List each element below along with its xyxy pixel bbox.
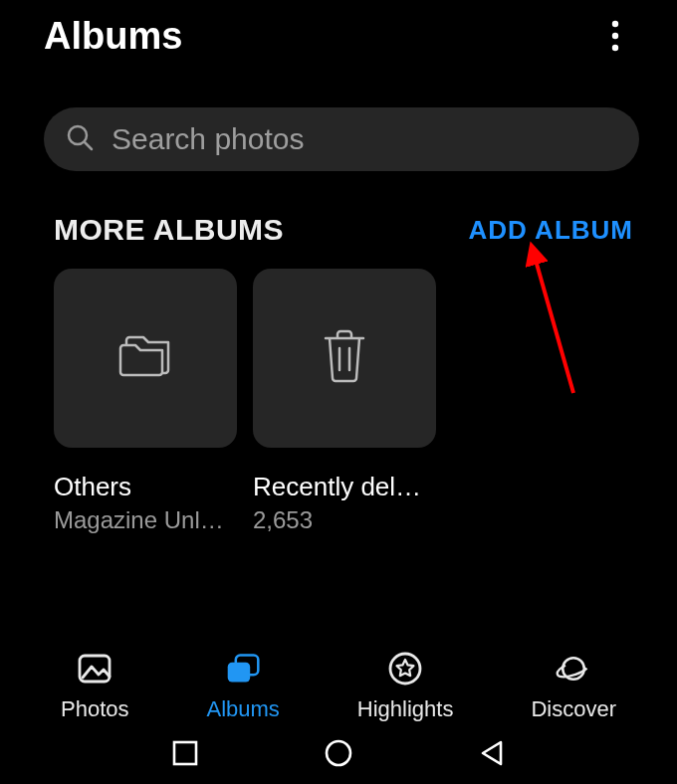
tab-discover[interactable]: Discover — [531, 651, 616, 722]
album-tile[interactable] — [54, 269, 237, 448]
search-container — [0, 72, 677, 171]
album-subtitle: Magazine Unlo… — [54, 506, 237, 534]
more-vertical-icon — [610, 19, 620, 53]
tab-highlights[interactable]: Highlights — [357, 651, 454, 722]
trash-icon — [318, 326, 371, 390]
svg-point-1 — [612, 33, 618, 39]
album-tile[interactable] — [253, 269, 436, 448]
svg-rect-9 — [228, 663, 251, 683]
tab-albums[interactable]: Albums — [206, 651, 279, 722]
stack-icon — [225, 651, 261, 686]
svg-point-10 — [390, 654, 420, 684]
tab-photos[interactable]: Photos — [61, 651, 129, 722]
album-subtitle: 2,653 — [253, 506, 436, 534]
svg-rect-13 — [174, 742, 196, 764]
album-item-recently-deleted[interactable]: Recently del… 2,653 — [253, 269, 436, 534]
svg-line-4 — [85, 142, 92, 149]
folder-icon — [115, 329, 175, 387]
album-item-others[interactable]: Others Magazine Unlo… — [54, 269, 237, 534]
tab-label: Discover — [531, 696, 616, 722]
circle-icon — [324, 738, 353, 771]
search-input[interactable] — [112, 122, 617, 156]
star-icon — [387, 651, 423, 686]
square-icon — [172, 740, 198, 769]
svg-point-12 — [556, 657, 591, 681]
search-icon — [66, 123, 94, 155]
svg-point-0 — [612, 21, 618, 27]
albums-grid: Others Magazine Unlo… Recently del… 2,65… — [0, 247, 677, 534]
album-name: Others — [54, 472, 237, 502]
bottom-tab-bar: Photos Albums Highlights Discover — [0, 651, 677, 724]
add-album-button[interactable]: ADD ALBUM — [469, 215, 633, 246]
triangle-back-icon — [479, 739, 505, 770]
planet-icon — [556, 651, 591, 686]
header: Albums — [0, 0, 677, 72]
system-nav-bar — [0, 724, 677, 784]
svg-point-14 — [327, 741, 350, 765]
section-title: MORE ALBUMS — [54, 213, 284, 247]
tab-label: Highlights — [357, 696, 454, 722]
svg-point-2 — [612, 45, 618, 51]
tab-label: Albums — [206, 696, 279, 722]
nav-home-button[interactable] — [317, 732, 360, 776]
search-bar[interactable] — [44, 107, 639, 171]
overflow-menu-button[interactable] — [593, 14, 637, 58]
album-name: Recently del… — [253, 472, 436, 502]
nav-back-button[interactable] — [470, 732, 514, 776]
section-header: MORE ALBUMS ADD ALBUM — [0, 171, 677, 247]
image-icon — [77, 651, 113, 686]
nav-recent-button[interactable] — [163, 732, 207, 776]
page-title: Albums — [44, 15, 182, 58]
tab-label: Photos — [61, 696, 129, 722]
